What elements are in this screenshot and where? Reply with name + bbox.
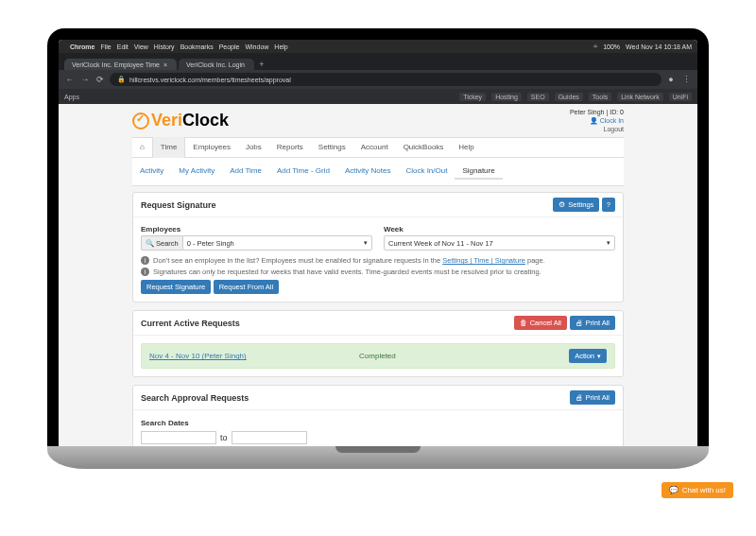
chat-icon: 💬 <box>669 486 679 494</box>
menu-bookmarks[interactable]: Bookmarks <box>180 43 214 50</box>
profile-icon[interactable]: ● <box>665 74 677 85</box>
logo-veri: Veri <box>151 111 182 130</box>
help-button[interactable]: ? <box>602 198 615 212</box>
info-icon: i <box>141 268 149 276</box>
chat-label: Chat with us! <box>682 486 726 494</box>
address-bar[interactable]: 🔒 hillcrestvs.vericlock.com/members/time… <box>110 73 662 86</box>
search-dates-label: Search Dates <box>141 419 189 427</box>
date-from-input[interactable] <box>141 431 216 444</box>
menu-people[interactable]: People <box>219 43 240 50</box>
bookmark-folder[interactable]: UniFi <box>669 93 692 101</box>
person-icon: 👤 <box>590 117 598 124</box>
search-icon: 🔍 <box>146 239 154 248</box>
apps-shortcut[interactable]: Apps <box>64 94 79 100</box>
menu-help[interactable]: Help <box>274 43 287 50</box>
user-info: Peter Singh | ID: 0 👤 Clock In Logout <box>570 108 624 133</box>
bookmark-folder[interactable]: Tools <box>589 93 611 101</box>
browser-tab[interactable]: VeriClock Inc. Login <box>179 59 254 70</box>
print-icon: 🖨 <box>576 319 583 327</box>
menu-icon[interactable]: ⋮ <box>680 74 692 85</box>
macos-menubar: Chrome File Edit View History Bookmarks … <box>59 40 697 53</box>
settings-signature-link[interactable]: Settings | Time | Signature <box>442 256 525 265</box>
url-text: hillcrestvs.vericlock.com/members/timesh… <box>129 77 291 83</box>
logout-link[interactable]: Logout <box>604 126 624 132</box>
tab-activity[interactable]: Activity <box>132 164 171 180</box>
clock-in-link[interactable]: Clock In <box>600 117 624 124</box>
menu-file[interactable]: File <box>100 43 111 50</box>
active-requests-panel: Current Active Requests 🗑Cancel All 🖨Pri… <box>132 310 624 377</box>
info-note: i Don't see an employee in the list? Emp… <box>141 256 615 265</box>
date-to-input[interactable] <box>232 431 307 444</box>
user-name: Peter Singh <box>570 109 605 115</box>
lock-icon: 🔒 <box>117 76 126 83</box>
chat-widget[interactable]: 💬 Chat with us! <box>662 482 733 498</box>
bookmark-folder[interactable]: Link Network <box>617 93 662 101</box>
request-row: Nov 4 - Nov 10 (Peter Singh) Completed A… <box>141 343 615 369</box>
clock-text: Wed Nov 14 10:18 AM <box>626 43 692 50</box>
chevron-down-icon: ▾ <box>607 239 610 247</box>
reload-button[interactable]: ⟳ <box>94 74 106 85</box>
nav-account[interactable]: Account <box>353 137 396 158</box>
nav-time[interactable]: Time <box>152 137 185 158</box>
wifi-icon[interactable]: ⌔ <box>593 43 597 50</box>
chevron-down-icon: ▾ <box>364 239 368 247</box>
bookmark-folder[interactable]: SEO <box>527 93 549 101</box>
tab-add-time[interactable]: Add Time <box>222 164 269 180</box>
chevron-down-icon: ▾ <box>597 353 601 360</box>
bookmark-bar: Apps Tickey Hosting SEO Guides Tools Lin… <box>59 89 697 104</box>
employees-select[interactable]: 0 - Peter Singh ▾ <box>182 235 372 251</box>
menu-view[interactable]: View <box>134 43 148 50</box>
tab-add-time-grid[interactable]: Add Time - Grid <box>269 164 337 180</box>
tab-activity-notes[interactable]: Activity Notes <box>337 164 398 180</box>
week-select[interactable]: Current Week of Nov 11 - Nov 17 ▾ <box>384 235 615 251</box>
browser-toolbar: ← → ⟳ 🔒 hillcrestvs.vericlock.com/member… <box>59 70 697 89</box>
logo[interactable]: VeriClock <box>132 111 229 130</box>
search-approval-panel: Search Approval Requests 🖨Print All Sear… <box>132 385 624 446</box>
menu-edit[interactable]: Edit <box>117 43 129 50</box>
new-tab-button[interactable]: + <box>256 59 267 70</box>
bookmark-folder[interactable]: Hosting <box>491 93 522 101</box>
to-label: to <box>220 433 228 442</box>
request-status: Completed <box>359 352 569 360</box>
logo-clock: Clock <box>182 111 229 130</box>
request-link[interactable]: Nov 4 - Nov 10 (Peter Singh) <box>149 352 359 360</box>
nav-employees[interactable]: Employees <box>185 137 238 158</box>
nav-help[interactable]: Help <box>451 137 481 158</box>
nav-settings[interactable]: Settings <box>311 137 353 158</box>
sub-nav: Activity My Activity Add Time Add Time -… <box>132 158 624 186</box>
request-from-all-button[interactable]: Request From All <box>214 280 280 294</box>
nav-quickbooks[interactable]: QuickBooks <box>396 137 452 158</box>
menu-window[interactable]: Window <box>245 43 268 50</box>
forward-button[interactable]: → <box>79 74 91 85</box>
tab-my-activity[interactable]: My Activity <box>171 164 222 180</box>
bookmark-folder[interactable]: Tickey <box>459 93 486 101</box>
menu-history[interactable]: History <box>154 43 175 50</box>
page-content: VeriClock Peter Singh | ID: 0 👤 Clock In… <box>59 104 697 446</box>
cancel-all-button[interactable]: 🗑Cancel All <box>514 316 567 330</box>
main-nav: ⌂ Time Employees Jobs Reports Settings A… <box>132 137 624 158</box>
browser-tab[interactable]: VeriClock Inc. Employee Time × <box>64 59 177 70</box>
bookmark-folder[interactable]: Guides <box>555 93 583 101</box>
app-name: Chrome <box>70 43 94 50</box>
settings-button[interactable]: ⚙Settings <box>553 198 599 212</box>
back-button[interactable]: ← <box>64 74 76 85</box>
request-signature-button[interactable]: Request Signature <box>141 280 211 294</box>
panel-title: Current Active Requests <box>141 319 240 328</box>
print-all-button[interactable]: 🖨Print All <box>570 390 615 405</box>
browser-tab-strip: VeriClock Inc. Employee Time × VeriClock… <box>59 53 697 70</box>
battery-percent: 100% <box>603 43 620 50</box>
gear-icon: ⚙ <box>558 200 565 209</box>
nav-jobs[interactable]: Jobs <box>238 137 269 158</box>
print-icon: 🖨 <box>576 393 583 402</box>
tab-clock-in-out[interactable]: Clock In/Out <box>398 164 455 180</box>
info-icon: i <box>141 256 149 265</box>
panel-title: Request Signature <box>141 200 216 210</box>
select-value: 0 - Peter Singh <box>187 239 234 248</box>
tab-signature[interactable]: Signature <box>455 164 502 180</box>
home-icon[interactable]: ⌂ <box>132 137 152 158</box>
close-icon[interactable]: × <box>163 61 167 68</box>
request-signature-panel: Request Signature ⚙Settings ? Employees <box>132 192 624 303</box>
print-all-button[interactable]: 🖨Print All <box>570 316 615 330</box>
action-dropdown[interactable]: Action ▾ <box>569 349 607 363</box>
nav-reports[interactable]: Reports <box>269 137 311 158</box>
